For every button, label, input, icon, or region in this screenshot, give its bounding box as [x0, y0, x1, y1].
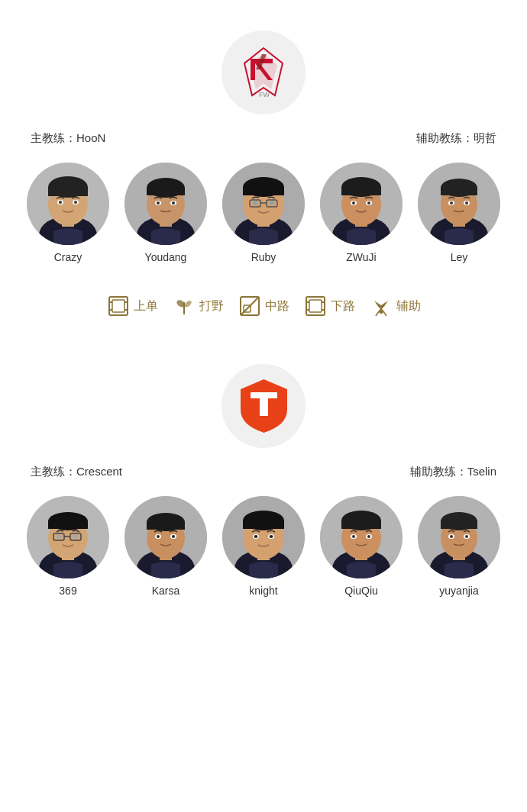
team1-head-coach: 主教练：HooN [31, 131, 105, 146]
svg-point-12 [74, 201, 77, 204]
svg-rect-71 [260, 397, 268, 416]
team1-logo: FW [221, 31, 306, 114]
top-lane-icon [106, 294, 131, 318]
player-avatar-crazy [27, 163, 109, 245]
role-support-label: 辅助 [396, 298, 421, 314]
team2-players: 369 [0, 488, 527, 604]
svg-point-53 [465, 201, 468, 205]
svg-rect-39 [341, 187, 381, 195]
team2-section: 主教练：Crescent 辅助教练：Tselin [0, 334, 527, 612]
svg-point-82 [73, 535, 79, 539]
svg-rect-108 [341, 520, 381, 529]
role-bot-label: 下路 [331, 298, 355, 314]
team1-coaches: 主教练：HooN 辅助教练：明哲 [0, 122, 527, 155]
player-name-ruby: Ruby [251, 251, 276, 263]
player-name-369: 369 [59, 585, 76, 597]
svg-point-33 [270, 201, 274, 205]
svg-rect-55 [112, 300, 124, 312]
player-card-yuyanjia: yuyanjia [414, 496, 504, 597]
svg-rect-18 [147, 188, 185, 195]
mid-lane-icon [238, 294, 262, 318]
svg-rect-28 [243, 187, 284, 195]
player-avatar-youdang [124, 163, 207, 245]
team2-coaches: 主教练：Crescent 辅助教练：Tselin [0, 456, 527, 488]
head-coach-label2: 主教练： [31, 465, 76, 478]
player-name-yuyanjia: yuyanjia [439, 585, 478, 597]
role-mid-label: 中路 [265, 298, 289, 314]
player-name-ley: Ley [451, 251, 468, 263]
assist-coach-label: 辅助教练： [416, 131, 474, 144]
player-avatar-knight [222, 496, 305, 578]
svg-point-21 [157, 201, 160, 205]
svg-point-102 [270, 535, 273, 538]
team2-assist-coach-name: Tselin [467, 465, 496, 478]
player-card-knight: knight [218, 496, 309, 597]
svg-point-121 [450, 535, 453, 538]
player-avatar-ley [418, 163, 500, 245]
player-name-zwuji: ZWuJi [346, 251, 376, 263]
svg-point-111 [352, 535, 355, 538]
player-avatar-ruby [222, 163, 305, 245]
svg-point-32 [253, 201, 257, 205]
team2-logo-container [0, 349, 527, 456]
svg-point-42 [352, 201, 355, 205]
bot-lane-icon [303, 294, 328, 318]
svg-rect-8 [48, 187, 88, 196]
team1-players: Crazy [0, 155, 527, 271]
player-name-qiuqiu: QiuQiu [344, 585, 378, 597]
role-top: 上单 [106, 294, 158, 318]
svg-text:FW: FW [259, 91, 270, 98]
player-card-karsa: Karsa [121, 496, 211, 597]
player-card-qiuqiu: QiuQiu [316, 496, 406, 597]
svg-rect-64 [309, 300, 322, 312]
team1-logo-container: FW [0, 15, 527, 122]
player-name-youdang: Youdang [145, 251, 187, 263]
svg-point-92 [172, 535, 175, 538]
team2-head-coach-name: Crescent [76, 465, 122, 478]
svg-rect-98 [243, 520, 284, 529]
role-mid: 中路 [238, 294, 289, 318]
player-avatar-qiuqiu [320, 496, 403, 578]
jungle-icon [172, 294, 196, 318]
role-jungle: 打野 [172, 294, 224, 318]
player-name-karsa: Karsa [152, 585, 180, 597]
player-card-youdang: Youdang [121, 163, 211, 263]
player-card-369: 369 [23, 496, 113, 597]
team2-head-coach: 主教练：Crescent [31, 465, 122, 479]
roles-row: 上单 打野 中路 [0, 279, 527, 334]
player-avatar-yuyanjia [418, 496, 500, 578]
support-icon [369, 294, 393, 318]
player-avatar-369 [27, 496, 109, 578]
svg-point-122 [465, 535, 468, 538]
role-support: 辅助 [369, 294, 421, 318]
svg-rect-49 [441, 188, 477, 195]
svg-point-101 [254, 535, 258, 538]
role-jungle-label: 打野 [199, 298, 224, 314]
svg-point-69 [379, 309, 383, 314]
role-top-label: 上单 [134, 298, 158, 314]
team2-assist-coach: 辅助教练：Tselin [410, 465, 496, 479]
team1-head-coach-name: HooN [76, 131, 105, 144]
player-card-zwuji: ZWuJi [316, 163, 406, 263]
team2-logo [221, 364, 306, 448]
player-card-ley: Ley [414, 163, 504, 263]
player-card-crazy: Crazy [23, 163, 113, 263]
svg-rect-118 [441, 521, 477, 529]
team1-assist-coach-name: 明哲 [474, 131, 496, 144]
player-card-ruby: Ruby [218, 163, 309, 263]
team1-section: FW 主教练：HooN 辅助教练：明哲 [0, 0, 527, 279]
svg-point-91 [157, 535, 160, 538]
player-avatar-karsa [124, 496, 207, 578]
svg-point-22 [172, 201, 175, 205]
svg-point-112 [367, 535, 370, 538]
team1-assist-coach: 辅助教练：明哲 [416, 131, 496, 146]
head-coach-label: 主教练： [31, 131, 76, 144]
player-avatar-zwuji [320, 163, 403, 245]
assist-coach-label2: 辅助教练： [410, 465, 467, 478]
role-bot: 下路 [303, 294, 355, 318]
svg-point-52 [450, 201, 453, 205]
svg-rect-88 [147, 522, 185, 530]
svg-point-11 [59, 201, 62, 204]
svg-point-43 [367, 201, 370, 205]
svg-point-81 [57, 535, 62, 539]
